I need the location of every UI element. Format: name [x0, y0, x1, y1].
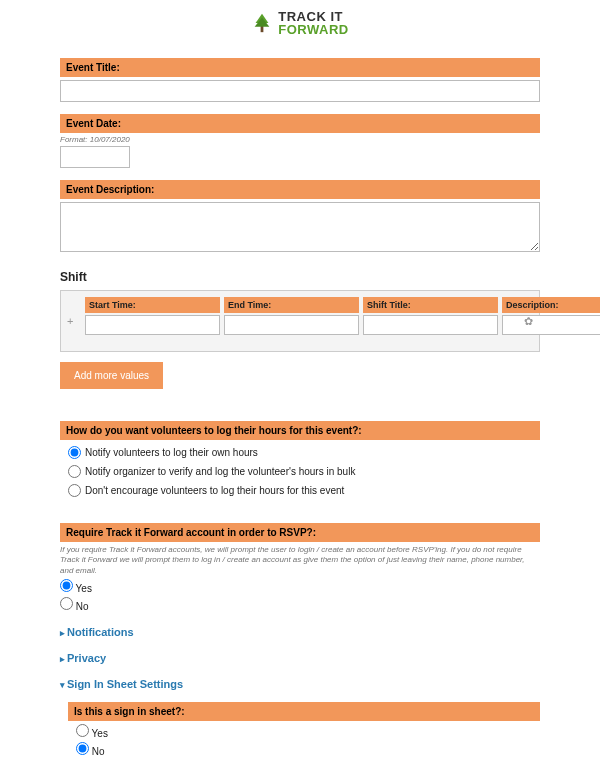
log-opt-1: Notify organizer to verify and log the v…: [68, 465, 540, 478]
gear-icon[interactable]: ✿: [524, 315, 533, 328]
shift-title-input[interactable]: [363, 315, 498, 335]
logo: TRACK IT FORWARD: [60, 0, 540, 46]
rsvp-no: No: [60, 597, 540, 612]
signin-sheet-header: Is this a sign in sheet?:: [68, 702, 540, 721]
rsvp-header: Require Track it Forward account in orde…: [60, 523, 540, 542]
event-title-header: Event Title:: [60, 58, 540, 77]
shift-heading: Shift: [60, 270, 540, 284]
chevron-down-icon: ▾: [60, 680, 65, 690]
col-start: Start Time:: [85, 297, 220, 345]
event-title-input[interactable]: [60, 80, 540, 102]
tree-icon: [251, 12, 273, 34]
col-title: Shift Title:: [363, 297, 498, 345]
event-desc-input[interactable]: [60, 202, 540, 252]
end-time-input[interactable]: [224, 315, 359, 335]
shift-table: + ✿ Start Time: End Time: Shift Title: D…: [60, 290, 540, 352]
log-opt-2: Don't encourage volunteers to log their …: [68, 484, 540, 497]
add-more-button[interactable]: Add more values: [60, 362, 163, 389]
signin-disclosure[interactable]: ▾Sign In Sheet Settings: [60, 678, 540, 690]
privacy-disclosure[interactable]: ▸Privacy: [60, 652, 540, 664]
add-shift-icon[interactable]: +: [67, 315, 73, 327]
event-desc-header: Event Description:: [60, 180, 540, 199]
chevron-right-icon: ▸: [60, 628, 65, 638]
signin-no: No: [76, 742, 540, 757]
rsvp-help-text: If you require Track it Forward accounts…: [60, 545, 540, 576]
date-format-hint: Format: 10/07/2020: [60, 135, 540, 144]
rsvp-yes: Yes: [60, 579, 540, 594]
log-hours-header: How do you want volunteers to log their …: [60, 421, 540, 440]
col-end: End Time:: [224, 297, 359, 345]
notifications-disclosure[interactable]: ▸Notifications: [60, 626, 540, 638]
svg-rect-0: [261, 26, 264, 32]
signin-yes: Yes: [76, 724, 540, 739]
shift-desc-input[interactable]: [502, 315, 600, 335]
event-date-input[interactable]: [60, 146, 130, 168]
chevron-right-icon: ▸: [60, 654, 65, 664]
event-date-header: Event Date:: [60, 114, 540, 133]
start-time-input[interactable]: [85, 315, 220, 335]
log-opt-0: Notify volunteers to log their own hours: [68, 446, 540, 459]
col-desc: Description:: [502, 297, 600, 345]
logo-text: TRACK IT FORWARD: [278, 10, 348, 36]
